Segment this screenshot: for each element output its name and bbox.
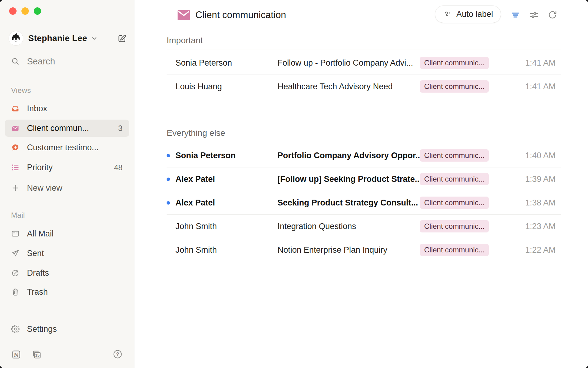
svg-text:15: 15 — [35, 353, 40, 358]
email-sender: Louis Huang — [175, 82, 277, 91]
filter-icon[interactable] — [511, 10, 520, 20]
email-subject: Seeking Product Strategy Consult... — [277, 198, 420, 208]
close-button[interactable] — [9, 7, 17, 15]
unread-dot — [167, 201, 170, 205]
main-panel: Client communication Auto label — [134, 0, 588, 368]
email-label-badge[interactable]: Client communic... — [420, 173, 489, 185]
account-switcher[interactable]: Stephanie Lee — [9, 31, 127, 46]
email-sender: Sonia Peterson — [175, 151, 277, 160]
notion-logo-icon[interactable]: N — [11, 349, 21, 360]
email-row[interactable]: Alex Patel Seeking Product Strategy Cons… — [167, 191, 561, 215]
minimize-button[interactable] — [21, 7, 29, 15]
zoom-button[interactable] — [34, 7, 41, 15]
new-view-button[interactable]: New view — [5, 179, 129, 197]
sidebar-item-sent[interactable]: Sent — [5, 245, 129, 262]
email-time: 1:41 AM — [525, 82, 561, 91]
window-controls — [9, 7, 41, 15]
svg-text:N: N — [14, 352, 19, 358]
email-sender: Alex Patel — [175, 174, 277, 184]
item-count: 48 — [114, 163, 123, 172]
paper-plane-icon — [11, 249, 20, 258]
auto-label-button[interactable]: Auto label — [435, 6, 501, 23]
all-mail-icon — [11, 229, 20, 238]
sidebar-item-label: New view — [27, 183, 62, 193]
email-time: 1:40 AM — [525, 151, 561, 160]
view-header: Client communication Auto label — [134, 0, 588, 30]
views-section-label: Views — [11, 86, 31, 95]
email-label-badge[interactable]: Client communic... — [420, 244, 489, 256]
chat-plus-icon — [11, 143, 20, 152]
plus-icon — [11, 184, 20, 192]
list-icon — [11, 163, 20, 172]
trash-icon — [11, 288, 20, 296]
email-row[interactable]: John Smith Integration Questions Client … — [167, 215, 561, 238]
sidebar-item-label: Drafts — [27, 268, 49, 278]
sidebar-item-label: Priority — [27, 163, 53, 172]
sidebar-item-label: Customer testimo... — [27, 143, 99, 152]
email-time: 1:41 AM — [525, 58, 561, 68]
sidebar-item-customer-testimonials[interactable]: Customer testimo... — [5, 139, 129, 156]
section-title: Important — [167, 30, 561, 49]
section-title: Everything else — [167, 123, 561, 142]
sidebar-item-inbox[interactable]: Inbox — [5, 100, 129, 117]
page-title: Client communication — [195, 10, 286, 21]
sidebar-item-priority[interactable]: Priority 48 — [5, 159, 129, 176]
email-sender: John Smith — [175, 245, 277, 255]
envelope-icon — [11, 124, 20, 132]
sliders-icon[interactable] — [529, 10, 539, 20]
email-subject: Follow up - Portfolio Company Advi... — [277, 58, 420, 68]
unread-count: 3 — [118, 124, 123, 133]
calendar-icon[interactable]: 15 — [32, 349, 42, 360]
compose-button[interactable] — [117, 34, 127, 43]
refresh-icon[interactable] — [548, 10, 557, 20]
inbox-icon — [11, 104, 20, 113]
email-row[interactable]: Alex Patel [Follow up] Seeking Product S… — [167, 167, 561, 191]
sidebar-item-all-mail[interactable]: All Mail — [5, 225, 129, 242]
email-time: 1:39 AM — [525, 174, 561, 184]
sidebar-item-label: All Mail — [27, 229, 54, 239]
email-row[interactable]: Sonia Peterson Portfolio Company Advisor… — [167, 144, 561, 167]
sidebar: Stephanie Lee Search Views — [0, 0, 134, 368]
sidebar-item-drafts[interactable]: Drafts — [5, 264, 129, 282]
email-subject: Notion Enterprise Plan Inquiry — [277, 245, 420, 255]
email-label-badge[interactable]: Client communic... — [420, 57, 489, 69]
sidebar-item-label: Trash — [27, 287, 48, 297]
email-subject: [Follow up] Seeking Product Strate... — [277, 174, 420, 184]
email-label-badge[interactable]: Client communic... — [420, 80, 489, 93]
email-time: 1:38 AM — [525, 198, 561, 208]
section-important: Important Sonia Peterson Follow up - Por… — [167, 30, 561, 98]
unread-dot — [167, 178, 170, 181]
search-label: Search — [27, 56, 55, 67]
email-sender: Sonia Peterson — [175, 58, 277, 68]
search-button[interactable]: Search — [11, 53, 55, 70]
unread-dot — [167, 154, 170, 157]
sidebar-item-label: Sent — [27, 249, 44, 258]
svg-text:?: ? — [116, 351, 119, 357]
gear-icon — [11, 325, 20, 333]
settings-button[interactable]: Settings — [5, 320, 129, 338]
sidebar-item-trash[interactable]: Trash — [5, 283, 129, 301]
email-subject: Portfolio Company Advisory Oppor... — [277, 151, 420, 160]
email-time: 1:23 AM — [525, 222, 561, 231]
auto-label-icon — [443, 10, 452, 19]
email-time: 1:22 AM — [525, 245, 561, 255]
email-label-badge[interactable]: Client communic... — [420, 220, 489, 232]
email-row[interactable]: John Smith Notion Enterprise Plan Inquir… — [167, 238, 561, 262]
envelope-icon — [177, 10, 190, 21]
mail-section-label: Mail — [11, 211, 25, 220]
email-subject: Healthcare Tech Advisory Need — [277, 82, 420, 91]
email-sender: John Smith — [175, 222, 277, 231]
email-list: Important Sonia Peterson Follow up - Por… — [167, 30, 561, 368]
email-row[interactable]: Sonia Peterson Follow up - Portfolio Com… — [167, 51, 561, 75]
search-icon — [11, 57, 20, 66]
help-icon[interactable]: ? — [113, 349, 123, 359]
avatar — [9, 31, 23, 46]
auto-label-text: Auto label — [456, 10, 493, 19]
user-name: Stephanie Lee — [28, 33, 87, 43]
email-row[interactable]: Louis Huang Healthcare Tech Advisory Nee… — [167, 75, 561, 98]
sidebar-item-label: Inbox — [27, 104, 47, 113]
email-label-badge[interactable]: Client communic... — [420, 149, 489, 162]
app-window: Stephanie Lee Search Views — [0, 0, 588, 368]
email-label-badge[interactable]: Client communic... — [420, 197, 489, 209]
sidebar-item-client-communication[interactable]: Client commun... 3 — [5, 120, 129, 137]
